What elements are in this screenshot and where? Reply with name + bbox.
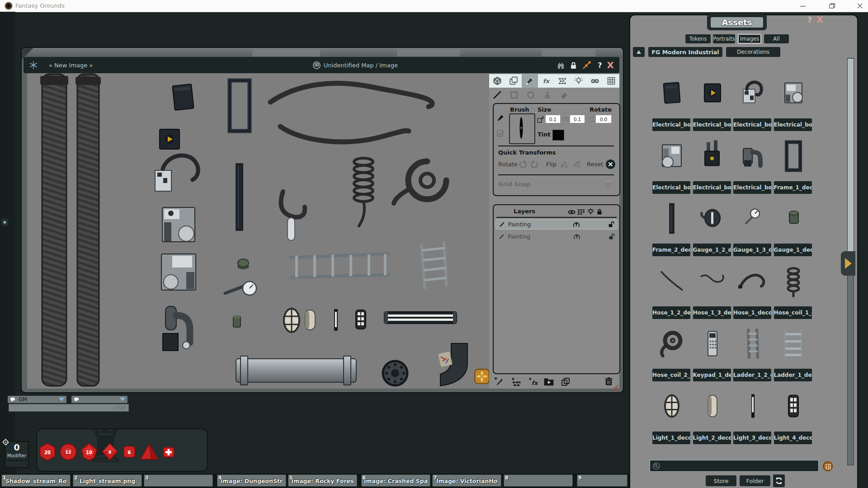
rotate-input[interactable] (595, 115, 612, 123)
ellipse-icon[interactable] (526, 90, 535, 99)
unlock-icon[interactable] (608, 221, 614, 228)
asset-item[interactable]: Light_4_decor (774, 383, 812, 442)
hotkey-slot[interactable]: 2Light_stream.png (73, 474, 142, 487)
layer-row[interactable]: Painting (495, 231, 618, 242)
asset-item[interactable]: Light_2_decor (693, 383, 731, 442)
rotate-cw-icon[interactable] (530, 160, 539, 169)
add-paint-layer-icon[interactable] (494, 376, 504, 387)
asset-item[interactable]: Electrical_box (774, 70, 812, 129)
d10-die[interactable]: 10 (80, 442, 99, 464)
chat-identity-dropdown[interactable] (71, 396, 127, 403)
asset-item[interactable]: Electrical_box (693, 70, 731, 129)
asset-search-field[interactable] (650, 460, 819, 472)
folder-button[interactable]: Folder (740, 475, 770, 486)
grid-icon[interactable] (603, 74, 619, 88)
tiles-small-icon[interactable] (578, 209, 585, 215)
eye-icon[interactable] (568, 209, 576, 215)
asset-item[interactable]: Hose_1_2_deco (652, 258, 690, 317)
player-vision-icon[interactable] (573, 221, 580, 228)
hotkey-slot[interactable]: 3 (144, 474, 213, 487)
layer-row[interactable]: Painting (495, 219, 618, 230)
tab-portraits[interactable]: Portraits (713, 34, 735, 43)
module-filter-button[interactable]: FG Modern Industrial (648, 47, 722, 57)
tab-all[interactable]: All (764, 34, 789, 43)
assets-scrollbar-thumb[interactable] (848, 59, 854, 253)
d20-die-icon[interactable] (489, 74, 505, 88)
lock-icon[interactable] (570, 61, 577, 69)
hotkey-slot[interactable]: 1Shadow_stream_Ro (1, 474, 71, 487)
help-icon[interactable]: ? (598, 61, 602, 70)
tab-images[interactable]: Images (738, 34, 761, 44)
asset-item[interactable]: Electrical_box (693, 133, 731, 192)
hotkey-slot[interactable]: 8 (504, 474, 573, 487)
d12-die[interactable]: 12 (59, 442, 77, 464)
asset-item[interactable]: Electrical_box (733, 70, 771, 129)
asset-item[interactable]: Gauge_1_2_de (693, 195, 731, 254)
add-folder-icon[interactable] (543, 377, 554, 386)
brush-tool-icon[interactable] (496, 114, 505, 122)
mask-icon[interactable] (587, 74, 603, 88)
tiles-icon[interactable] (554, 74, 571, 88)
d8-die[interactable]: 8 (101, 442, 119, 464)
asset-item[interactable]: Hose_1_decora (733, 258, 771, 317)
chat-channel-dropdown[interactable]: GM (8, 396, 66, 403)
unlock-icon[interactable] (609, 233, 615, 240)
asset-item[interactable]: Frame_2_deco (652, 195, 690, 254)
asset-item[interactable]: Gauge_1_3_de (733, 195, 771, 254)
tower-icon[interactable] (557, 61, 565, 69)
add-fx-layer-icon[interactable]: fx (528, 377, 539, 387)
store-button[interactable]: Store (706, 475, 736, 486)
brush-preview[interactable] (509, 113, 535, 144)
link-icon[interactable] (562, 116, 569, 122)
eraser-icon[interactable] (560, 90, 569, 99)
rotate-ccw-icon[interactable] (518, 160, 528, 169)
popout-arrows-icon[interactable] (582, 60, 593, 70)
window-resize-grip[interactable] (609, 384, 618, 391)
asset-item[interactable]: Electrical_box (652, 70, 690, 129)
window-drag-bar[interactable] (22, 48, 623, 58)
d6-die[interactable]: 6 (121, 442, 137, 464)
close-window-icon[interactable]: X (607, 60, 614, 70)
lighting-icon[interactable] (571, 74, 587, 88)
layers-icon[interactable] (505, 74, 522, 88)
asset-item[interactable]: Ladder_1_dec (774, 320, 812, 380)
target-crosshair-icon[interactable] (2, 438, 9, 446)
asset-item[interactable]: Light_1_decor (652, 383, 690, 442)
stroke-icon[interactable] (493, 90, 502, 99)
stamp-icon[interactable] (543, 90, 552, 99)
flip-horizontal-icon[interactable] (560, 160, 569, 169)
minimize-button[interactable] (799, 3, 807, 9)
asset-item[interactable]: Electrical_box (733, 133, 771, 192)
asset-view-grid-button[interactable] (823, 461, 833, 471)
add-die-button[interactable] (161, 442, 176, 464)
flip-vertical-icon[interactable] (572, 160, 581, 169)
d4-die[interactable] (140, 442, 159, 464)
size-width-input[interactable] (545, 115, 561, 123)
reset-icon[interactable] (606, 160, 615, 169)
player-vision-icon[interactable] (573, 233, 580, 240)
asset-item[interactable]: Light_3_decor (733, 383, 771, 442)
compass-star-icon[interactable] (29, 61, 38, 70)
asset-item[interactable]: Keypad_1_dec (693, 320, 731, 380)
hotkey-slot[interactable]: 6Image: Crashed Spa (361, 474, 430, 487)
asset-item[interactable]: Hose_1_3_deco (693, 258, 731, 317)
token-bag-button[interactable] (474, 369, 490, 384)
rectangle-icon[interactable] (509, 90, 519, 99)
chat-input[interactable]: Chat (9, 404, 129, 412)
magnet-icon[interactable] (603, 179, 613, 189)
expand-arrow-tab[interactable] (841, 251, 855, 276)
restore-button[interactable] (828, 3, 835, 9)
effects-fx-icon[interactable]: fx (538, 74, 554, 88)
assets-help-icon[interactable]: ? (807, 15, 812, 24)
nav-back-label[interactable]: « New Image » (49, 62, 93, 69)
hotkey-slot[interactable]: 4Image: DungeonStr (217, 474, 286, 487)
asset-item[interactable]: Ladder_1_2_de (733, 320, 771, 380)
lighting-small-icon[interactable] (587, 208, 594, 216)
asset-item[interactable]: Gauge_1_deco (774, 195, 812, 254)
category-filter-button[interactable]: Decorations (726, 47, 780, 57)
assets-title-tab[interactable]: Assets (707, 14, 767, 30)
asset-item[interactable]: Hose_coil_1_d (774, 258, 812, 317)
asset-item[interactable]: Electrical_box (652, 133, 690, 192)
hotkey-slot[interactable]: 5Image: Rocky Fores (288, 474, 357, 487)
scroll-up-button[interactable] (633, 47, 645, 57)
